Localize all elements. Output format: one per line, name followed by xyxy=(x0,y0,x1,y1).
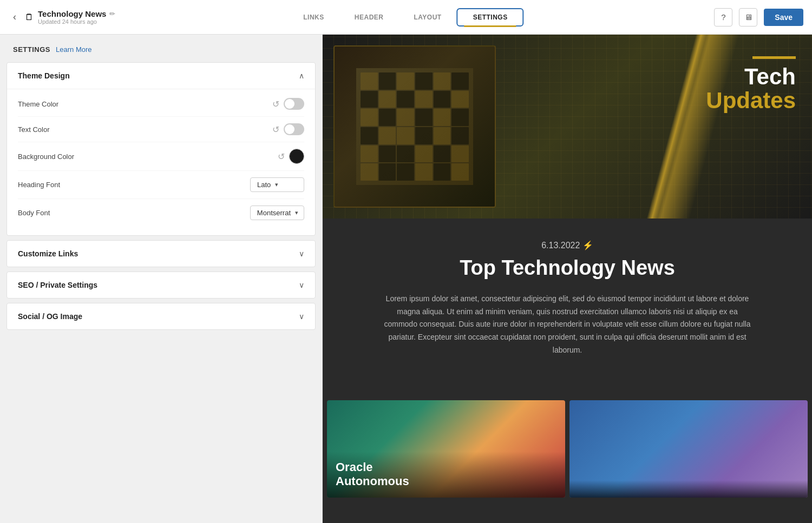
setting-heading-font: Heading Font Lato ▾ xyxy=(18,171,304,199)
heading-font-label: Heading Font xyxy=(18,181,60,189)
preview-content-wrapper: Tech Updates 6.13.2022 ⚡ Top Technology … xyxy=(323,35,812,498)
setting-theme-color: Theme Color ↺ xyxy=(18,91,304,117)
cpu-cell xyxy=(379,163,396,181)
cpu-cell xyxy=(451,91,469,108)
background-color-controls: ↺ xyxy=(278,149,304,164)
setting-background-color: Background Color ↺ xyxy=(18,142,304,171)
section-theme-design-title: Theme Design xyxy=(18,71,70,80)
cpu-grid xyxy=(356,68,473,185)
setting-text-color: Text Color ↺ xyxy=(18,117,304,142)
chevron-up-icon: ∧ xyxy=(299,71,304,80)
right-panel: Tech Updates 6.13.2022 ⚡ Top Technology … xyxy=(323,35,812,523)
cpu-cell xyxy=(361,163,378,181)
cpu-cell xyxy=(379,91,396,108)
learn-more-link[interactable]: Learn More xyxy=(56,45,91,54)
tab-links[interactable]: LINKS xyxy=(288,9,339,25)
tab-layout[interactable]: LAYOUT xyxy=(398,9,456,25)
cpu-cell xyxy=(397,127,414,144)
chevron-down-icon-2: ∨ xyxy=(299,281,304,289)
text-color-toggle-knob xyxy=(285,124,294,134)
page-title-row: Technology News ✏ xyxy=(38,9,115,18)
body-font-arrow-icon: ▾ xyxy=(295,209,298,216)
hero-title-1: Tech xyxy=(706,65,796,88)
theme-color-reset-icon[interactable]: ↺ xyxy=(272,99,279,109)
body-font-value: Montserrat xyxy=(257,209,291,217)
cpu-cell xyxy=(361,72,378,90)
section-customize-links-title: Customize Links xyxy=(18,249,78,258)
page-title: Technology News xyxy=(38,9,106,18)
theme-color-toggle-knob xyxy=(285,99,294,109)
tab-settings-wrapper: SETTINGS xyxy=(457,8,524,27)
hero-title-2: Updates xyxy=(706,88,796,113)
section-social-og: Social / OG Image ∨ xyxy=(6,303,316,330)
body-font-controls: Montserrat ▾ xyxy=(250,206,304,220)
section-seo-private: SEO / Private Settings ∨ xyxy=(6,272,316,299)
cpu-cell xyxy=(434,127,451,144)
cpu-cell xyxy=(415,127,433,144)
cpu-visual xyxy=(333,45,496,208)
preview-cards: OracleAutonomous xyxy=(323,400,812,498)
cpu-cell xyxy=(415,163,433,181)
section-customize-links: Customize Links ∨ xyxy=(6,240,316,267)
background-color-swatch[interactable] xyxy=(289,149,304,164)
preview-hero: Tech Updates xyxy=(323,35,812,219)
main-layout: SETTINGS Learn More Theme Design ∧ Theme… xyxy=(0,35,812,523)
cpu-cell xyxy=(434,91,451,108)
back-button[interactable]: ‹ xyxy=(9,9,21,25)
text-color-reset-icon[interactable]: ↺ xyxy=(272,124,279,135)
cpu-cell xyxy=(361,127,378,144)
section-theme-design: Theme Design ∧ Theme Color ↺ Text Co xyxy=(6,62,316,236)
heading-font-arrow-icon: ▾ xyxy=(275,181,278,188)
background-color-reset-icon[interactable]: ↺ xyxy=(278,151,285,162)
body-font-dropdown[interactable]: Montserrat ▾ xyxy=(250,206,304,220)
panel-header: SETTINGS Learn More xyxy=(0,35,322,62)
cpu-cell xyxy=(415,91,433,108)
cpu-cell xyxy=(397,163,414,181)
theme-color-controls: ↺ xyxy=(272,98,304,110)
text-color-label: Text Color xyxy=(18,125,50,134)
help-icon: ? xyxy=(721,12,725,22)
section-social-header[interactable]: Social / OG Image ∨ xyxy=(7,303,315,329)
heading-font-dropdown[interactable]: Lato ▾ xyxy=(250,177,304,192)
card-1-title: OracleAutonomous xyxy=(336,460,556,489)
save-button[interactable]: Save xyxy=(764,9,803,26)
card-2-overlay xyxy=(569,480,808,498)
cpu-cell xyxy=(451,145,469,163)
card-1-overlay: OracleAutonomous xyxy=(327,452,565,498)
edit-title-icon[interactable]: ✏ xyxy=(109,10,115,18)
top-bar: ‹ 🗒 Technology News ✏ Updated 24 hours a… xyxy=(0,0,812,35)
section-customize-links-header[interactable]: Customize Links ∨ xyxy=(7,241,315,267)
cpu-cell xyxy=(397,91,414,108)
cpu-cell xyxy=(397,109,414,126)
hero-text-area: Tech Updates xyxy=(706,56,796,113)
cpu-cell xyxy=(379,109,396,126)
preview-body-text: Lorem ipsum dolor sit amet, consectetur … xyxy=(383,293,751,357)
preview-button[interactable]: 🖥 xyxy=(739,8,757,27)
cpu-cell xyxy=(361,109,378,126)
section-theme-design-header[interactable]: Theme Design ∧ xyxy=(7,63,315,89)
section-seo-header[interactable]: SEO / Private Settings ∨ xyxy=(7,272,315,298)
cpu-cell xyxy=(451,109,469,126)
chevron-down-icon-3: ∨ xyxy=(299,312,304,321)
tab-header[interactable]: HEADER xyxy=(339,9,399,25)
background-color-label: Background Color xyxy=(18,153,74,161)
chevron-down-icon: ∨ xyxy=(299,249,304,258)
top-bar-left: ‹ 🗒 Technology News ✏ Updated 24 hours a… xyxy=(9,9,115,25)
nav-tabs: LINKS HEADER LAYOUT SETTINGS xyxy=(288,8,523,27)
text-color-toggle[interactable] xyxy=(284,123,304,135)
text-color-controls: ↺ xyxy=(272,123,304,135)
cpu-cell xyxy=(397,72,414,90)
cpu-cell xyxy=(451,163,469,181)
help-button[interactable]: ? xyxy=(714,8,732,27)
preview-main-title: Top Technology News xyxy=(350,257,785,280)
top-bar-right: ? 🖥 Save xyxy=(714,8,803,27)
section-theme-design-content: Theme Color ↺ Text Color ↺ xyxy=(7,89,315,235)
body-font-label: Body Font xyxy=(18,209,50,217)
tab-settings[interactable]: SETTINGS xyxy=(458,9,523,25)
cpu-cell xyxy=(415,145,433,163)
page-type-icon: 🗒 xyxy=(25,12,34,22)
preview-card-1: OracleAutonomous xyxy=(327,400,565,498)
left-panel: SETTINGS Learn More Theme Design ∧ Theme… xyxy=(0,35,323,523)
theme-color-toggle[interactable] xyxy=(284,98,304,110)
cpu-cell xyxy=(434,163,451,181)
